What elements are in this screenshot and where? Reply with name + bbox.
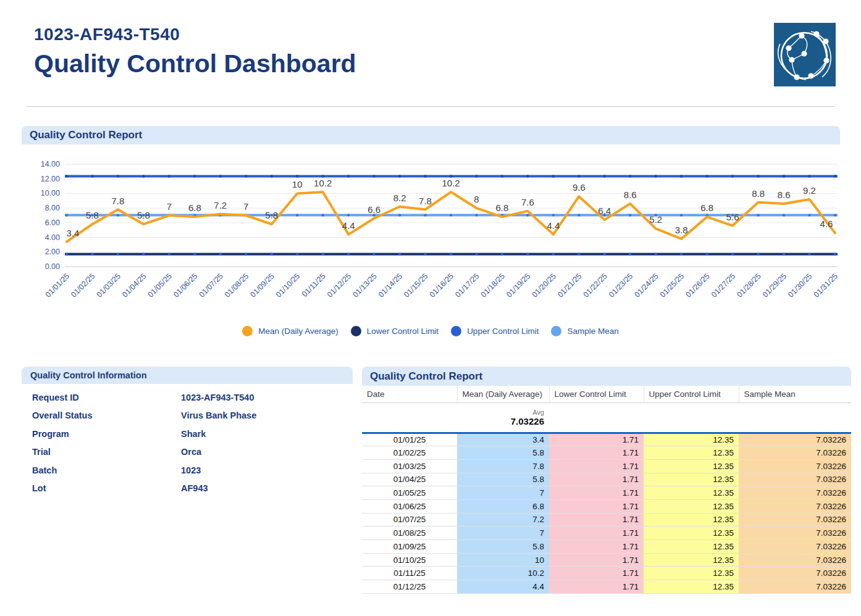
- table-cell-lcl: 1.71: [549, 433, 644, 446]
- table-cell-lcl: 1.71: [549, 567, 644, 580]
- svg-text:01/12/25: 01/12/25: [326, 272, 353, 299]
- table-row: 01/06/256.81.7112.357.03226: [362, 499, 851, 513]
- table-column-header: Date: [362, 386, 457, 402]
- table-cell-lcl: 1.71: [549, 540, 644, 554]
- table-row: 01/09/255.81.7112.357.03226: [362, 540, 851, 554]
- table-row: 01/05/2571.7112.357.03226: [362, 486, 851, 500]
- table-column-header-row: DateMean (Daily Average)Lower Control Li…: [362, 386, 851, 402]
- svg-text:01/05/25: 01/05/25: [146, 272, 174, 299]
- svg-text:5.2: 5.2: [649, 214, 662, 225]
- svg-text:01/18/25: 01/18/25: [479, 272, 506, 299]
- table-cell-date: 01/02/25: [362, 446, 457, 460]
- svg-text:01/20/25: 01/20/25: [531, 272, 558, 299]
- table-cell-ucl: 12.35: [644, 459, 739, 473]
- table-row: 01/10/25101.7112.357.03226: [362, 553, 851, 567]
- table-cell-mean: 7: [457, 527, 549, 540]
- svg-text:01/28/25: 01/28/25: [735, 272, 762, 299]
- table-cell-mean: 7: [457, 486, 549, 500]
- table-cell-lcl: 1.71: [549, 580, 644, 594]
- svg-text:4.4: 4.4: [547, 220, 560, 231]
- summary-empty-cell: [644, 402, 739, 433]
- table-cell-mean: 10: [457, 553, 549, 567]
- info-field-label: Program: [22, 429, 181, 439]
- svg-text:01/03/25: 01/03/25: [95, 272, 122, 299]
- request-id-title: 1023-AF943-T540: [34, 25, 356, 44]
- svg-text:01/23/25: 01/23/25: [607, 272, 634, 299]
- info-field-label: Lot: [22, 483, 181, 493]
- svg-text:3.8: 3.8: [675, 225, 688, 235]
- svg-text:01/24/25: 01/24/25: [633, 272, 660, 299]
- table-cell-date: 01/05/25: [362, 486, 457, 500]
- svg-text:9.6: 9.6: [573, 182, 586, 193]
- table-cell-sample: 7.03226: [739, 527, 851, 540]
- table-cell-mean: 10.2: [457, 567, 549, 580]
- table-cell-lcl: 1.71: [549, 446, 644, 460]
- table-cell-lcl: 1.71: [549, 499, 644, 513]
- legend-color-dot-icon: [551, 326, 561, 336]
- svg-text:01/08/25: 01/08/25: [223, 272, 250, 299]
- table-cell-lcl: 1.71: [549, 486, 644, 500]
- table-cell-sample: 7.03226: [739, 567, 851, 580]
- svg-text:8.6: 8.6: [778, 189, 791, 200]
- svg-text:01/01/25: 01/01/25: [44, 272, 71, 299]
- info-field-value: 1023-AF943-T540: [181, 393, 254, 402]
- svg-text:8.8: 8.8: [752, 188, 765, 199]
- table-cell-mean: 5.8: [457, 540, 549, 554]
- report-table: DateMean (Daily Average)Lower Control Li…: [362, 386, 851, 594]
- page-title: Quality Control Dashboard: [34, 49, 356, 78]
- info-panel-title: Quality Control Information: [30, 370, 147, 380]
- svg-text:7.2: 7.2: [214, 200, 227, 210]
- svg-text:01/29/25: 01/29/25: [761, 272, 788, 299]
- table-cell-ucl: 12.35: [644, 553, 739, 567]
- svg-text:4.6: 4.6: [820, 219, 833, 229]
- info-field-list: Request ID1023-AF943-T540Overall StatusV…: [22, 384, 353, 497]
- svg-text:7.6: 7.6: [521, 197, 534, 207]
- table-cell-date: 01/04/25: [362, 473, 457, 486]
- table-cell-ucl: 12.35: [644, 473, 739, 486]
- control-chart: 0.002.004.006.008.0010.0012.0014.0001/01…: [0, 144, 861, 325]
- info-field-value: AF943: [181, 483, 208, 493]
- svg-text:14.00: 14.00: [41, 160, 60, 169]
- svg-text:5.6: 5.6: [726, 212, 739, 222]
- svg-text:01/13/25: 01/13/25: [351, 272, 378, 299]
- svg-text:6.8: 6.8: [700, 202, 713, 213]
- table-cell-mean: 5.8: [457, 446, 549, 460]
- table-column-header: Mean (Daily Average): [457, 386, 549, 402]
- svg-text:7: 7: [167, 201, 172, 212]
- header-divider: [27, 106, 834, 107]
- table-panel-header: Quality Control Report: [362, 367, 851, 386]
- table-cell-mean: 7.2: [457, 513, 549, 527]
- table-cell-date: 01/10/25: [362, 553, 457, 567]
- svg-text:01/30/25: 01/30/25: [786, 272, 813, 299]
- table-cell-date: 01/07/25: [362, 513, 457, 527]
- table-cell-ucl: 12.35: [644, 499, 739, 513]
- svg-text:8.00: 8.00: [45, 204, 60, 212]
- quality-control-report-panel: Quality Control Report DateMean (Daily A…: [362, 367, 851, 594]
- info-row: ProgramShark: [22, 425, 353, 443]
- table-cell-mean: 5.8: [457, 473, 549, 486]
- table-cell-sample: 7.03226: [739, 580, 851, 594]
- info-field-label: Overall Status: [22, 410, 181, 420]
- table-column-header: Lower Control Limit: [549, 386, 644, 402]
- info-row: Overall StatusVirus Bank Phase: [22, 407, 353, 425]
- svg-text:01/14/25: 01/14/25: [377, 272, 404, 299]
- info-field-value: 1023: [181, 465, 201, 475]
- table-row: 01/02/255.81.7112.357.03226: [362, 446, 851, 460]
- svg-text:01/19/25: 01/19/25: [505, 272, 532, 299]
- svg-text:01/22/25: 01/22/25: [582, 272, 609, 299]
- svg-text:10: 10: [292, 179, 303, 189]
- svg-text:01/31/25: 01/31/25: [812, 272, 839, 299]
- table-cell-ucl: 12.35: [644, 527, 739, 540]
- info-field-label: Batch: [22, 465, 181, 475]
- svg-text:01/04/25: 01/04/25: [120, 272, 148, 299]
- table-cell-date: 01/11/25: [362, 567, 457, 580]
- table-cell-mean: 7.8: [457, 459, 549, 473]
- table-column-header: Sample Mean: [739, 386, 851, 402]
- chart-section-title: Quality Control Report: [30, 129, 142, 141]
- table-cell-sample: 7.03226: [739, 446, 851, 460]
- quality-control-information-panel: Quality Control Information Request ID10…: [22, 367, 353, 497]
- table-cell-ucl: 12.35: [644, 567, 739, 580]
- legend-color-dot-icon: [242, 326, 253, 336]
- table-row: 01/08/2571.7112.357.03226: [362, 527, 851, 540]
- table-cell-ucl: 12.35: [644, 513, 739, 527]
